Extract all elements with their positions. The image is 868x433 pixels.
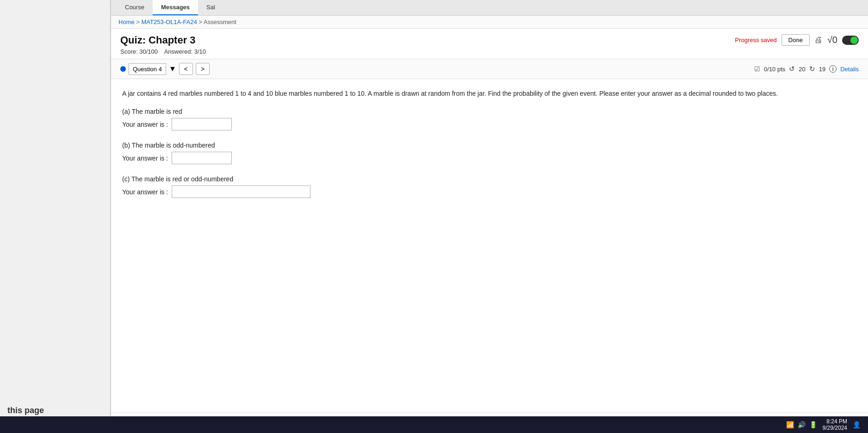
redo-icon[interactable]: ↻	[809, 65, 815, 73]
next-question-button[interactable]: >	[196, 63, 210, 75]
undo-count: 20	[799, 66, 805, 73]
quiz-header: Quiz: Chapter 3 Score: 30/100 Answered: …	[111, 29, 868, 59]
progress-saved-text: Progress saved	[735, 37, 776, 43]
sub-question-a: (a) The marble is red Your answer is :	[122, 108, 857, 130]
clock-date: 9/29/2024	[823, 425, 847, 431]
details-link[interactable]: Details	[840, 66, 859, 73]
main-content: Course Messages Sal Home > MAT253-OL1A-F…	[111, 0, 868, 433]
clock-time: 8:24 PM	[823, 418, 847, 425]
breadcrumb-section: Assessment	[204, 19, 236, 25]
breadcrumb: Home > MAT253-OL1A-FA24 > Assessment	[111, 16, 868, 29]
answer-input-b[interactable]	[172, 152, 232, 164]
sqrt-symbol: √0	[827, 35, 837, 45]
quiz-actions: Progress saved Done 🖨 √0	[735, 34, 859, 46]
prev-question-button[interactable]: <	[179, 63, 193, 75]
breadcrumb-course[interactable]: MAT253-OL1A-FA24	[142, 19, 197, 25]
taskbar-icons: 📶 🔊 🔋	[786, 421, 817, 428]
checkbox-icon: ☑	[754, 65, 760, 73]
answer-label-a: Your answer is :	[122, 121, 168, 128]
answer-row-a: Your answer is :	[122, 118, 857, 130]
pts-info: ☑ 0/10 pts ↺ 20 ↻ 19 i Details	[754, 65, 859, 73]
question-dot-indicator	[120, 66, 126, 72]
tab-sal[interactable]: Sal	[198, 0, 223, 15]
answer-label-b: Your answer is :	[122, 155, 168, 162]
quiz-title: Quiz: Chapter 3	[120, 34, 206, 46]
question-select[interactable]: Question 4	[129, 63, 166, 75]
user-icon: 👤	[853, 421, 861, 428]
question-text: A jar contains 4 red marbles numbered 1 …	[122, 88, 857, 99]
quiz-body: A jar contains 4 red marbles numbered 1 …	[111, 79, 868, 413]
sub-question-c-label: (c) The marble is red or odd-numbered	[122, 175, 857, 183]
chevron-down-icon: ▼	[169, 65, 176, 73]
wifi-icon: 📶	[786, 421, 794, 428]
volume-icon: 🔊	[798, 421, 806, 428]
pts-value: 0/10 pts	[764, 66, 785, 73]
info-icon[interactable]: i	[829, 65, 837, 73]
sub-question-c: (c) The marble is red or odd-numbered Yo…	[122, 175, 857, 198]
done-button[interactable]: Done	[781, 34, 810, 46]
taskbar: 📶 🔊 🔋 8:24 PM 9/29/2024 👤	[0, 416, 868, 433]
question-nav-bar: Question 4 ▼ < > ☑ 0/10 pts ↺ 20 ↻ 19 i …	[111, 59, 868, 79]
taskbar-time: 8:24 PM 9/29/2024	[823, 418, 847, 431]
breadcrumb-home[interactable]: Home	[118, 19, 135, 25]
answer-input-c[interactable]	[172, 186, 310, 198]
quiz-title-area: Quiz: Chapter 3 Score: 30/100 Answered: …	[120, 34, 206, 55]
question-selector: Question 4 ▼ < >	[120, 63, 210, 75]
print-icon[interactable]: 🖨	[814, 35, 823, 45]
battery-icon: 🔋	[809, 421, 817, 428]
redo-count: 19	[819, 66, 825, 73]
answer-row-c: Your answer is :	[122, 186, 857, 198]
answer-row-b: Your answer is :	[122, 152, 857, 164]
sub-question-b: (b) The marble is odd-numbered Your answ…	[122, 142, 857, 164]
quiz-score: Score: 30/100	[120, 48, 158, 55]
answer-label-c: Your answer is :	[122, 188, 168, 196]
top-tabs: Course Messages Sal	[111, 0, 868, 16]
quiz-answered: Answered: 3/10	[164, 48, 206, 55]
sub-question-b-label: (b) The marble is odd-numbered	[122, 142, 857, 149]
undo-icon[interactable]: ↺	[789, 65, 795, 73]
quiz-score-info: Score: 30/100 Answered: 3/10	[120, 48, 206, 55]
toggle-switch[interactable]	[842, 36, 859, 45]
left-sidebar: this page ww.mathpapa.com/algebra-ca	[0, 0, 111, 433]
tab-messages[interactable]: Messages	[153, 0, 198, 15]
tab-course[interactable]: Course	[117, 0, 153, 15]
sub-question-a-label: (a) The marble is red	[122, 108, 857, 115]
answer-input-a[interactable]	[172, 118, 232, 130]
